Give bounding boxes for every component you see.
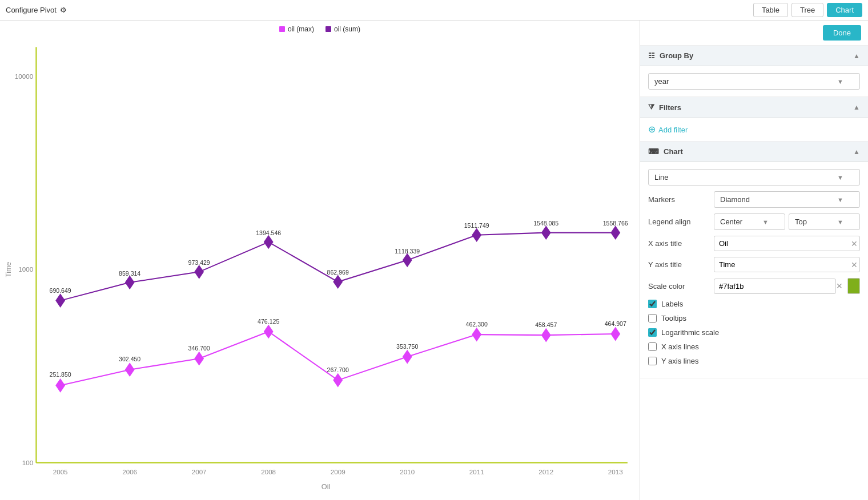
svg-text:973.429: 973.429 [188, 260, 210, 266]
svg-text:Time: Time [5, 262, 13, 277]
chart-section-header: ⌨ Chart ▲ [640, 142, 868, 162]
markers-label: Markers [648, 195, 714, 204]
main-layout: oil (max) oil (sum) 100 1000 10000 [0, 21, 868, 500]
filters-collapse-icon[interactable]: ▲ [853, 103, 860, 111]
scale-color-clear-button[interactable]: ✕ [836, 281, 843, 291]
y-axis-lines-label: Y axis lines [661, 357, 699, 365]
line-chart: 100 1000 10000 Time 2005 2006 2007 2008 … [0, 35, 640, 492]
markers-select-wrap: Diamond ▼ [714, 191, 860, 208]
legend-align-h-select[interactable]: Center ▼ [714, 213, 785, 230]
labels-row: Labels [648, 300, 860, 308]
max-marker-2012 [541, 328, 551, 342]
max-marker-2011 [472, 328, 481, 342]
group-by-collapse-icon[interactable]: ▲ [853, 52, 860, 60]
y-axis-title-input[interactable] [714, 257, 860, 272]
svg-text:10000: 10000 [15, 73, 33, 80]
y-axis-title-row: Y axis title ✕ [648, 257, 860, 272]
svg-text:690.649: 690.649 [50, 288, 71, 294]
sum-marker-2013 [610, 225, 620, 240]
tree-button[interactable]: Tree [791, 3, 823, 17]
scale-color-row: Scale color ✕ [648, 278, 860, 294]
scale-color-label: Scale color [648, 282, 714, 291]
x-axis-lines-row: X axis lines [648, 342, 860, 351]
svg-text:2006: 2006 [122, 469, 137, 475]
sum-line [61, 233, 616, 301]
tooltips-label: Tooltips [661, 314, 686, 322]
y-axis-lines-row: Y axis lines [648, 357, 860, 365]
y-axis-lines-checkbox[interactable] [648, 357, 657, 365]
svg-text:464.907: 464.907 [605, 321, 626, 327]
sum-marker-2005 [55, 293, 65, 308]
chart-svg-container: 100 1000 10000 Time 2005 2006 2007 2008 … [0, 35, 640, 492]
done-button-wrap: Done [640, 21, 868, 46]
x-axis-title-input[interactable] [714, 236, 860, 251]
sum-marker-2008 [264, 235, 274, 249]
table-button[interactable]: Table [753, 3, 788, 17]
filters-icon: ⧩ [648, 103, 654, 112]
svg-text:476.125: 476.125 [258, 318, 279, 325]
group-by-select[interactable]: year ▼ [648, 73, 860, 90]
y-axis-title-label: Y axis title [648, 260, 714, 269]
chart-collapse-icon[interactable]: ▲ [853, 148, 860, 156]
markers-row: Markers Diamond ▼ [648, 191, 860, 208]
legend-dot-sum [326, 26, 331, 32]
tooltips-checkbox[interactable] [648, 314, 657, 322]
x-axis-lines-label: X axis lines [661, 342, 699, 351]
done-button[interactable]: Done [823, 25, 861, 41]
x-axis-title-clear-button[interactable]: ✕ [851, 239, 858, 248]
color-swatch[interactable] [847, 278, 860, 294]
svg-text:302.450: 302.450 [119, 356, 140, 362]
chart-type-select[interactable]: Line ▼ [648, 169, 860, 186]
configure-pivot-label: Configure Pivot [6, 6, 57, 14]
labels-label: Labels [661, 300, 683, 308]
legend-align-h-arrow-icon: ▼ [762, 219, 769, 225]
scale-color-input[interactable] [714, 279, 836, 294]
max-marker-2008 [264, 325, 274, 339]
markers-select[interactable]: Diamond ▼ [714, 191, 860, 208]
sum-marker-2006 [125, 276, 135, 290]
configure-pivot[interactable]: Configure Pivot ⚙ [6, 6, 67, 14]
configure-pivot-icon: ⚙ [60, 6, 67, 14]
x-axis-title-input-wrap: ✕ [714, 236, 860, 251]
add-filter-button[interactable]: ⊕ Add filter [648, 125, 688, 134]
svg-text:Oil: Oil [322, 483, 330, 491]
log-scale-label: Logarithmic scale [661, 328, 719, 337]
group-by-header-left: ☷ Group By [648, 51, 693, 60]
svg-text:862.969: 862.969 [327, 270, 349, 276]
labels-checkbox[interactable] [648, 300, 657, 308]
svg-text:458.457: 458.457 [535, 322, 557, 328]
max-marker-2009 [333, 373, 343, 388]
max-marker-2005 [55, 378, 65, 393]
group-by-content: year ▼ [640, 66, 868, 97]
sum-marker-2010 [403, 253, 412, 268]
legend-item-sum: oil (sum) [326, 25, 360, 33]
legend-align-row: Legend align Center ▼ Top ▼ [648, 213, 860, 230]
y-axis-title-input-wrap: ✕ [714, 257, 860, 272]
legend-align-v-value: Top [795, 217, 807, 226]
sum-marker-2012 [541, 225, 551, 240]
log-scale-checkbox[interactable] [648, 328, 657, 337]
add-filter-plus-icon: ⊕ [648, 125, 656, 134]
sum-marker-2009 [333, 275, 343, 289]
legend-item-max: oil (max) [279, 25, 314, 33]
sidebar: Done ☷ Group By ▲ year ▼ ⧩ Filters [640, 21, 868, 500]
sum-marker-2011 [472, 228, 481, 242]
svg-text:1548.085: 1548.085 [533, 220, 558, 227]
top-bar: Configure Pivot ⚙ Table Tree Chart [0, 0, 868, 21]
x-axis-lines-checkbox[interactable] [648, 342, 657, 351]
markers-arrow-icon: ▼ [837, 196, 843, 203]
filters-content: ⊕ Add filter [640, 118, 868, 142]
chart-type-select-wrap: Line ▼ [648, 169, 860, 186]
chart-legend: oil (max) oil (sum) [0, 21, 640, 35]
svg-text:353.750: 353.750 [396, 344, 418, 350]
legend-align-v-select[interactable]: Top ▼ [789, 213, 860, 230]
markers-value: Diamond [720, 195, 750, 204]
chart-type-arrow-icon: ▼ [837, 174, 843, 181]
legend-align-selects: Center ▼ Top ▼ [714, 213, 860, 230]
y-axis-title-clear-button[interactable]: ✕ [851, 260, 858, 269]
svg-text:267.700: 267.700 [327, 367, 349, 373]
sum-marker-2007 [194, 265, 204, 279]
group-by-title: Group By [660, 51, 693, 60]
chart-button[interactable]: Chart [827, 3, 862, 17]
svg-text:2009: 2009 [331, 469, 345, 475]
